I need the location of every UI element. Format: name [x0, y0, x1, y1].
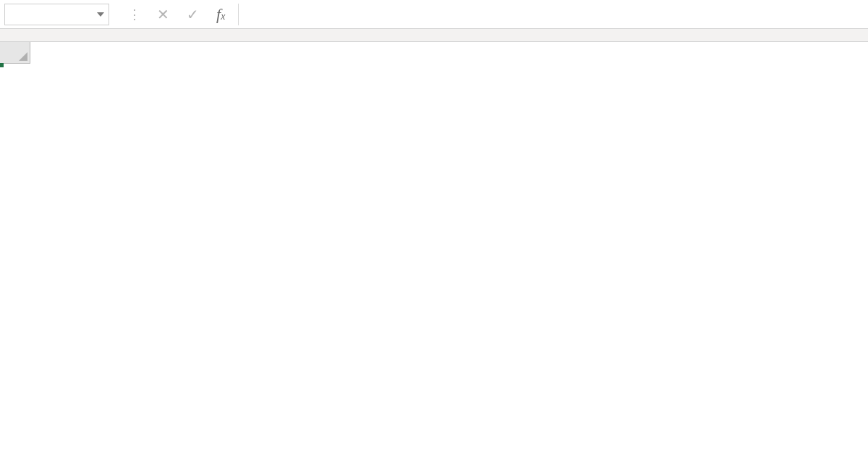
fx-icon[interactable]: fx	[216, 7, 225, 22]
cell-selection	[0, 64, 3, 67]
check-icon[interactable]: ✓	[187, 7, 199, 22]
name-box[interactable]	[4, 4, 109, 25]
cancel-icon[interactable]: ✕	[157, 7, 169, 22]
select-all-corner[interactable]	[0, 42, 30, 64]
toolbar-band	[0, 29, 868, 42]
dots-icon: ⋮	[128, 8, 140, 21]
chevron-down-icon[interactable]	[97, 12, 104, 17]
formula-bar: ⋮ ✕ ✓ fx	[0, 0, 868, 29]
formula-input[interactable]	[238, 4, 864, 25]
column-header-row	[0, 42, 868, 64]
formula-buttons: ⋮ ✕ ✓ fx	[114, 7, 234, 22]
